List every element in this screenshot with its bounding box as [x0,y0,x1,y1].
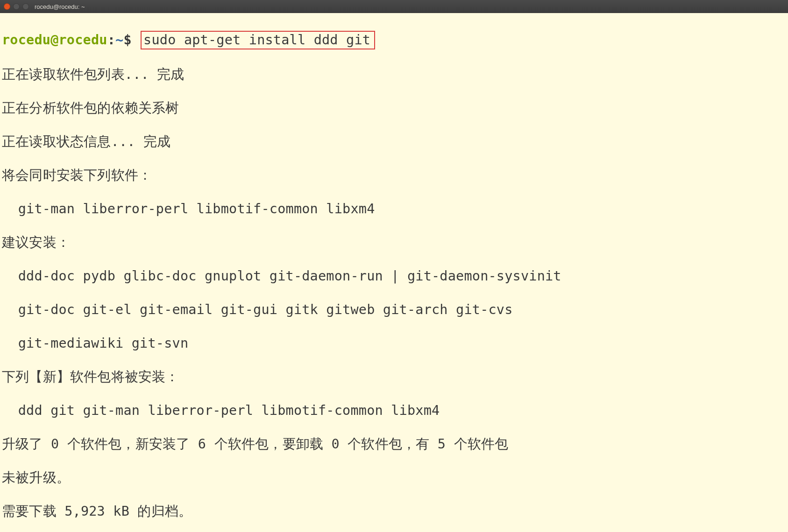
command-highlight: sudo apt-get install ddd git [141,31,375,49]
output-line: 正在读取状态信息... 完成 [2,133,786,150]
prompt-path: ~ [115,32,123,48]
window-titlebar: rocedu@rocedu: ~ [0,0,788,13]
output-line: 正在读取软件包列表... 完成 [2,66,786,83]
prompt-dollar: $ [123,32,131,48]
output-line: 未被升级。 [2,469,786,486]
output-line: ddd git git-man liberror-perl libmotif-c… [2,402,786,419]
maximize-icon[interactable] [22,3,29,10]
output-line: 正在分析软件包的依赖关系树 [2,100,786,117]
output-line: 将会同时安装下列软件： [2,167,786,184]
prompt-colon: : [107,32,115,48]
output-line: 下列【新】软件包将被安装： [2,369,786,385]
output-line: 建议安装： [2,234,786,251]
close-icon[interactable] [4,3,10,10]
prompt-user-host: rocedu@rocedu [2,32,107,48]
output-line: git-doc git-el git-email git-gui gitk gi… [2,301,786,318]
output-line: git-man liberror-perl libmotif-common li… [2,201,786,217]
window-controls [4,3,29,10]
prompt-line: rocedu@rocedu:~$ sudo apt-get install dd… [2,31,786,49]
output-line: 需要下载 5,923 kB 的归档。 [2,503,786,520]
output-line: git-mediawiki git-svn [2,335,786,352]
terminal-output[interactable]: rocedu@rocedu:~$ sudo apt-get install dd… [0,13,788,532]
output-line: 升级了 0 个软件包，新安装了 6 个软件包，要卸载 0 个软件包，有 5 个软… [2,436,786,453]
window-title: rocedu@rocedu: ~ [35,3,85,10]
output-line: ddd-doc pydb glibc-doc gnuplot git-daemo… [2,268,786,285]
minimize-icon[interactable] [13,3,20,10]
